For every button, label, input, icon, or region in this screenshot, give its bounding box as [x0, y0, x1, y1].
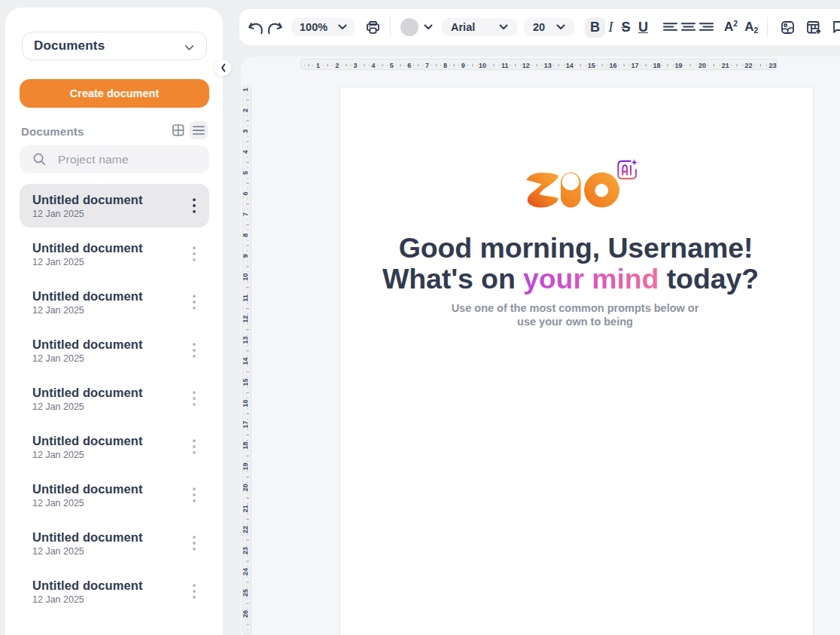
svg-text:26: 26	[243, 610, 249, 618]
svg-text:15: 15	[588, 62, 595, 69]
svg-text:18: 18	[653, 62, 660, 69]
svg-text:14: 14	[243, 358, 249, 365]
svg-text:4: 4	[372, 62, 376, 69]
svg-text:25: 25	[243, 589, 249, 597]
svg-text:17: 17	[632, 62, 639, 69]
svg-text:13: 13	[544, 62, 552, 69]
svg-text:12: 12	[243, 316, 249, 323]
svg-text:17: 17	[243, 420, 249, 428]
svg-text:6: 6	[407, 62, 411, 69]
svg-text:19: 19	[674, 62, 682, 69]
svg-text:5: 5	[390, 62, 394, 69]
svg-text:21: 21	[722, 62, 729, 69]
svg-text:23: 23	[768, 62, 776, 69]
svg-text:1: 1	[243, 87, 249, 91]
svg-text:9: 9	[461, 62, 465, 69]
svg-text:3: 3	[243, 130, 249, 133]
svg-text:20: 20	[243, 484, 249, 491]
svg-text:5: 5	[243, 171, 249, 175]
svg-text:20: 20	[698, 62, 706, 69]
svg-text:16: 16	[610, 62, 617, 69]
svg-text:19: 19	[243, 463, 249, 470]
svg-text:7: 7	[243, 212, 249, 216]
svg-text:11: 11	[243, 295, 249, 302]
svg-text:11: 11	[501, 62, 509, 69]
svg-text:6: 6	[243, 191, 249, 195]
svg-text:15: 15	[243, 378, 249, 386]
svg-text:8: 8	[243, 234, 249, 237]
svg-text:18: 18	[243, 441, 249, 449]
svg-text:1: 1	[316, 62, 320, 69]
svg-text:23: 23	[243, 547, 249, 554]
svg-text:9: 9	[243, 254, 249, 258]
svg-text:3: 3	[353, 62, 357, 69]
svg-text:4: 4	[243, 150, 249, 154]
svg-text:21: 21	[243, 505, 249, 512]
svg-text:24: 24	[243, 568, 249, 575]
svg-text:8: 8	[443, 62, 447, 69]
svg-text:10: 10	[479, 62, 486, 69]
svg-text:22: 22	[243, 526, 249, 533]
svg-text:14: 14	[566, 62, 574, 69]
svg-text:16: 16	[243, 399, 249, 407]
svg-text:10: 10	[243, 273, 249, 281]
svg-text:7: 7	[425, 62, 429, 69]
svg-text:13: 13	[243, 337, 249, 344]
svg-text:2: 2	[243, 108, 249, 112]
svg-text:22: 22	[744, 62, 752, 69]
svg-text:12: 12	[522, 62, 530, 69]
svg-text:2: 2	[335, 62, 339, 69]
